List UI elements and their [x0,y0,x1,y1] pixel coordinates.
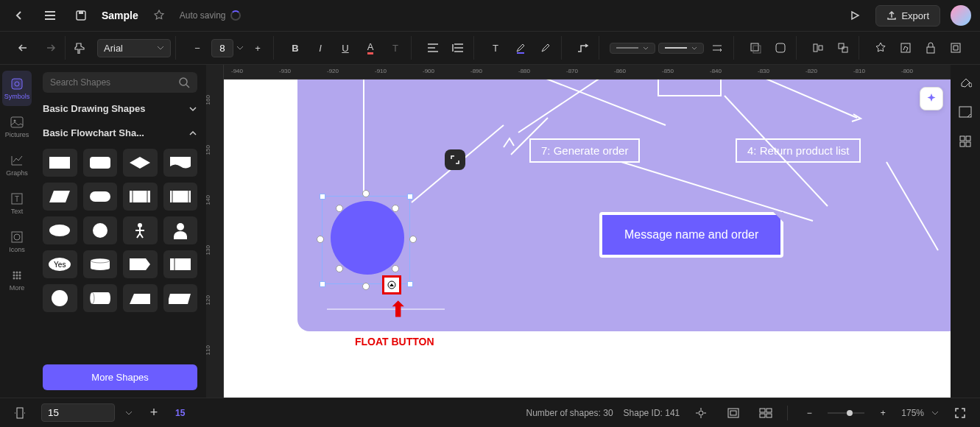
underline-button[interactable]: U [334,37,356,59]
shape-trapezoid[interactable] [123,284,158,312]
redo-button[interactable] [38,37,60,59]
save-icon[interactable] [71,5,91,26]
selection-midpoint[interactable] [362,190,370,197]
align-button[interactable] [422,37,444,59]
add-page-button[interactable]: + [143,402,165,424]
fullscreen-button[interactable] [949,402,971,424]
bold-button[interactable]: B [284,37,306,59]
shape-search[interactable] [43,72,197,93]
zoom-out-button[interactable]: − [798,402,820,424]
shape-flag[interactable] [123,250,158,278]
font-color-button[interactable]: A [359,37,381,59]
sidebar-item-more[interactable]: More [2,262,32,297]
line-style-dropdown[interactable] [610,43,655,54]
connector-button[interactable] [572,37,594,59]
search-input[interactable] [50,77,172,88]
canvas[interactable]: 7: Generate order 4: Return product list… [224,80,951,398]
grid-tool-button[interactable] [955,131,976,152]
shape-circle[interactable] [83,216,118,244]
lock-button[interactable] [920,37,942,59]
selection-handle[interactable] [320,281,325,287]
shape-person[interactable] [123,216,158,244]
highlight-button[interactable] [510,37,532,59]
shape-predefined2[interactable] [163,183,198,211]
export-button[interactable]: Export [875,5,940,27]
zoom-in-button[interactable]: + [872,402,894,424]
center-view-button[interactable] [690,402,712,424]
selection-diag[interactable] [392,205,399,212]
shape-diamond[interactable] [123,149,158,177]
format-painter-button[interactable] [71,37,87,59]
align-objects-button[interactable] [807,37,829,59]
diagram-box-message[interactable]: Message name and order [599,212,783,258]
selection-diag[interactable] [392,265,399,272]
pen-button[interactable] [535,37,557,59]
text-tool-button[interactable]: T [484,37,507,59]
sidebar-item-text[interactable]: T Text [2,186,32,221]
page-width-button[interactable] [9,402,31,424]
clear-format-button[interactable]: T [384,37,406,59]
fill-tool-button[interactable] [955,72,976,93]
italic-button[interactable]: I [309,37,331,59]
layout-tool-button[interactable] [955,102,976,122]
more-shapes-button[interactable]: More Shapes [43,364,197,390]
selection-midpoint[interactable] [362,283,370,290]
play-button[interactable] [845,5,865,26]
shape-cylinder-h[interactable] [83,284,118,312]
shadow-button[interactable] [744,37,766,59]
sidebar-item-symbols[interactable]: Symbols [2,71,32,106]
expand-button[interactable] [445,149,465,170]
effects-button[interactable] [870,37,892,59]
selection-diag[interactable] [336,265,343,272]
line-weight-dropdown[interactable] [658,43,704,54]
font-family-dropdown[interactable]: Arial [97,39,171,57]
shape-rounded-rect[interactable] [83,149,118,177]
chevron-down-icon[interactable] [236,46,244,50]
chevron-down-icon[interactable] [125,411,133,415]
layers-button[interactable] [945,37,967,59]
sidebar-item-graphs[interactable]: Graphs [2,147,32,183]
diagram-box-generate-order[interactable]: 7: Generate order [529,138,640,163]
fit-view-button[interactable] [722,402,744,424]
line-spacing-button[interactable] [447,37,469,59]
shape-yes[interactable]: Yes [43,250,77,278]
selection-handle[interactable] [407,281,413,287]
shape-terminator[interactable] [83,183,118,211]
zoom-slider[interactable] [828,409,864,417]
section-basic-drawing[interactable]: Basic Drawing Shapes [43,100,197,117]
sidebar-item-icons[interactable]: Icons [2,224,32,259]
thumbnails-button[interactable] [755,402,777,424]
font-size-input[interactable] [211,39,233,57]
shape-card[interactable] [163,250,198,278]
group-button[interactable] [832,37,854,59]
selection-handle[interactable] [407,194,413,200]
selection-diag[interactable] [336,205,343,212]
shape-database[interactable] [83,250,118,278]
diagram-box-return-product[interactable]: 4: Return product list [736,138,861,163]
selection-midpoint[interactable] [409,236,417,243]
shape-predefined[interactable] [123,183,158,211]
shape-ellipse[interactable] [43,216,77,244]
shape-circle2[interactable] [43,284,77,312]
page-input[interactable] [41,403,115,422]
sidebar-item-pictures[interactable]: Pictures [2,109,32,144]
selection-midpoint[interactable] [317,236,324,243]
chevron-down-icon[interactable] [931,411,939,415]
shape-parallelogram[interactable] [43,183,77,211]
ai-assist-button[interactable] [920,87,943,110]
shape-document[interactable] [163,149,198,177]
selection-handle[interactable] [320,194,325,200]
float-button-marker[interactable] [382,275,401,294]
font-size-decrease[interactable]: − [186,37,208,59]
menu-button[interactable] [40,5,60,26]
shape-trapezoid2[interactable] [163,284,198,312]
arrow-style-button[interactable] [707,37,729,59]
edit-button[interactable] [895,37,917,59]
avatar[interactable] [951,5,971,26]
section-basic-flowchart[interactable]: Basic Flowchart Sha... [43,124,197,141]
undo-button[interactable] [13,37,35,59]
back-button[interactable] [9,5,29,26]
shape-user[interactable] [163,216,198,244]
round-corners-button[interactable] [769,37,792,59]
star-icon[interactable] [149,5,169,26]
